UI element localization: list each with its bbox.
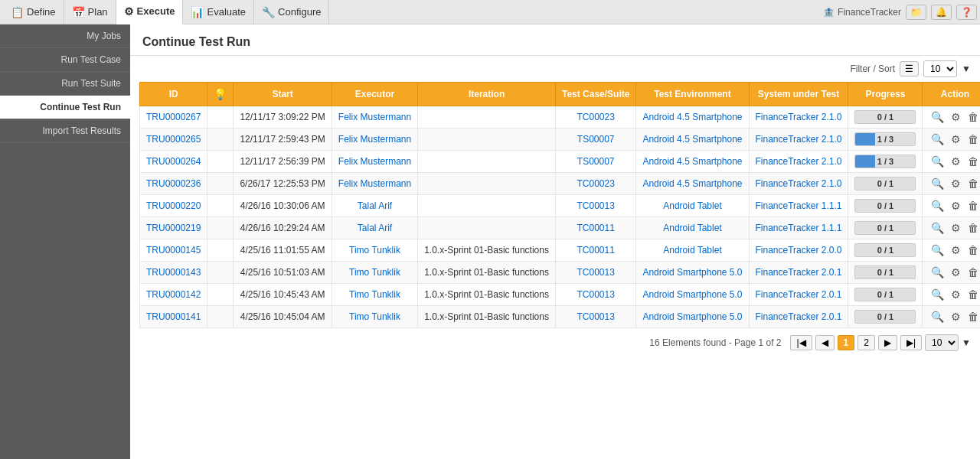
nav-btn-2[interactable]: 🔔 — [931, 5, 952, 20]
executor-link[interactable]: Felix Mustermann — [338, 112, 411, 122]
test-case-link[interactable]: TC00013 — [577, 289, 614, 300]
nav-btn-1[interactable]: 📁 — [906, 5, 926, 20]
action-settings-btn[interactable]: ⚙ — [949, 177, 963, 190]
action-settings-btn[interactable]: ⚙ — [949, 265, 963, 279]
pagination-first[interactable]: |◀ — [790, 335, 812, 350]
test-case-link[interactable]: TS00007 — [577, 134, 615, 145]
action-settings-btn[interactable]: ⚙ — [949, 243, 963, 257]
sidebar-item-continue-test-run[interactable]: Continue Test Run — [0, 96, 130, 119]
id-link[interactable]: TRU0000142 — [146, 289, 201, 300]
system-link[interactable]: FinanceTracker 1.1.1 — [756, 223, 842, 233]
action-view-btn[interactable]: 🔍 — [929, 265, 946, 279]
executor-link[interactable]: Timo Tunklik — [349, 245, 400, 256]
nav-configure[interactable]: 🔧 Configure — [254, 0, 329, 24]
env-link[interactable]: Android Smartphone 5.0 — [642, 289, 742, 300]
id-link[interactable]: TRU0000267 — [146, 112, 201, 122]
env-link[interactable]: Android 4.5 Smartphone — [642, 112, 742, 122]
action-delete-btn[interactable]: 🗑 — [965, 199, 980, 213]
env-link[interactable]: Android Smartphone 5.0 — [642, 267, 742, 278]
system-link[interactable]: FinanceTracker 2.0.1 — [756, 289, 842, 300]
action-view-btn[interactable]: 🔍 — [929, 155, 946, 168]
test-case-link[interactable]: TC00013 — [577, 311, 614, 322]
nav-evaluate[interactable]: 📊 Evaluate — [183, 0, 254, 24]
system-link[interactable]: FinanceTracker 2.0.1 — [756, 267, 842, 278]
action-delete-btn[interactable]: 🗑 — [965, 132, 980, 146]
system-link[interactable]: FinanceTracker 2.1.0 — [756, 112, 842, 122]
action-delete-btn[interactable]: 🗑 — [965, 288, 980, 301]
action-view-btn[interactable]: 🔍 — [929, 199, 946, 213]
env-link[interactable]: Android 4.5 Smartphone — [642, 156, 742, 167]
sidebar-item-import-test-results[interactable]: Import Test Results — [0, 119, 130, 143]
id-link[interactable]: TRU0000145 — [146, 245, 201, 256]
executor-link[interactable]: Talal Arif — [358, 223, 392, 233]
action-view-btn[interactable]: 🔍 — [929, 132, 946, 146]
system-link[interactable]: FinanceTracker 2.1.0 — [756, 134, 842, 145]
action-settings-btn[interactable]: ⚙ — [949, 199, 963, 213]
id-link[interactable]: TRU0000220 — [146, 200, 201, 211]
action-delete-btn[interactable]: 🗑 — [965, 243, 980, 257]
pagination-page-1[interactable]: 1 — [838, 335, 855, 350]
filter-sort-button[interactable]: ☰ — [900, 61, 919, 76]
sidebar-item-run-test-suite[interactable]: Run Test Suite — [0, 72, 130, 96]
action-delete-btn[interactable]: 🗑 — [965, 221, 980, 235]
action-view-btn[interactable]: 🔍 — [929, 110, 946, 124]
action-delete-btn[interactable]: 🗑 — [965, 110, 980, 124]
test-case-link[interactable]: TC00011 — [577, 223, 614, 233]
id-link[interactable]: TRU0000264 — [146, 156, 201, 167]
action-delete-btn[interactable]: 🗑 — [965, 265, 980, 279]
action-view-btn[interactable]: 🔍 — [929, 310, 946, 324]
env-link[interactable]: Android 4.5 Smartphone — [642, 134, 742, 145]
system-link[interactable]: FinanceTracker 2.0.0 — [756, 245, 842, 256]
env-link[interactable]: Android Tablet — [663, 200, 722, 211]
system-link[interactable]: FinanceTracker 2.1.0 — [756, 156, 842, 167]
id-link[interactable]: TRU0000143 — [146, 267, 201, 278]
executor-link[interactable]: Timo Tunklik — [349, 289, 400, 300]
id-link[interactable]: TRU0000265 — [146, 134, 201, 145]
action-delete-btn[interactable]: 🗑 — [965, 177, 980, 190]
executor-link[interactable]: Felix Mustermann — [338, 134, 411, 145]
action-delete-btn[interactable]: 🗑 — [965, 310, 980, 324]
env-link[interactable]: Android Tablet — [663, 245, 722, 256]
test-case-link[interactable]: TC00023 — [577, 112, 614, 122]
nav-execute[interactable]: ⚙ Execute — [116, 0, 184, 24]
env-link[interactable]: Android 4.5 Smartphone — [642, 178, 742, 189]
action-view-btn[interactable]: 🔍 — [929, 177, 946, 190]
id-link[interactable]: TRU0000236 — [146, 178, 201, 189]
test-case-link[interactable]: TS00007 — [577, 156, 615, 167]
action-view-btn[interactable]: 🔍 — [929, 243, 946, 257]
sidebar-item-my-jobs[interactable]: My Jobs — [0, 24, 130, 48]
pagination-last[interactable]: ▶| — [900, 335, 922, 350]
executor-link[interactable]: Felix Mustermann — [338, 178, 411, 189]
pagination-page-2[interactable]: 2 — [858, 335, 875, 350]
system-link[interactable]: FinanceTracker 2.0.1 — [756, 311, 842, 322]
pagination-next[interactable]: ▶ — [878, 335, 897, 350]
test-case-link[interactable]: TC00011 — [577, 245, 614, 256]
nav-define[interactable]: 📋 Define — [3, 0, 64, 24]
executor-link[interactable]: Timo Tunklik — [349, 311, 400, 322]
action-settings-btn[interactable]: ⚙ — [949, 132, 963, 146]
action-settings-btn[interactable]: ⚙ — [949, 288, 963, 301]
pagination-prev[interactable]: ◀ — [815, 335, 835, 350]
id-link[interactable]: TRU0000219 — [146, 223, 201, 233]
system-link[interactable]: FinanceTracker 2.1.0 — [756, 178, 842, 189]
action-view-btn[interactable]: 🔍 — [929, 221, 946, 235]
nav-btn-3[interactable]: ❓ — [956, 5, 977, 20]
id-link[interactable]: TRU0000141 — [146, 311, 201, 322]
env-link[interactable]: Android Tablet — [663, 223, 722, 233]
nav-plan[interactable]: 📅 Plan — [64, 0, 116, 24]
executor-link[interactable]: Timo Tunklik — [349, 267, 400, 278]
pagination-per-page[interactable]: 10 25 50 — [925, 334, 959, 351]
action-settings-btn[interactable]: ⚙ — [949, 310, 963, 324]
env-link[interactable]: Android Smartphone 5.0 — [642, 311, 742, 322]
system-link[interactable]: FinanceTracker 1.1.1 — [756, 200, 842, 211]
executor-link[interactable]: Felix Mustermann — [338, 156, 411, 167]
executor-link[interactable]: Talal Arif — [358, 200, 392, 211]
action-settings-btn[interactable]: ⚙ — [949, 110, 963, 124]
action-settings-btn[interactable]: ⚙ — [949, 221, 963, 235]
action-settings-btn[interactable]: ⚙ — [949, 155, 963, 168]
test-case-link[interactable]: TC00013 — [577, 200, 614, 211]
action-delete-btn[interactable]: 🗑 — [965, 155, 980, 168]
action-view-btn[interactable]: 🔍 — [929, 288, 946, 301]
sidebar-item-run-test-case[interactable]: Run Test Case — [0, 48, 130, 72]
test-case-link[interactable]: TC00023 — [577, 178, 614, 189]
